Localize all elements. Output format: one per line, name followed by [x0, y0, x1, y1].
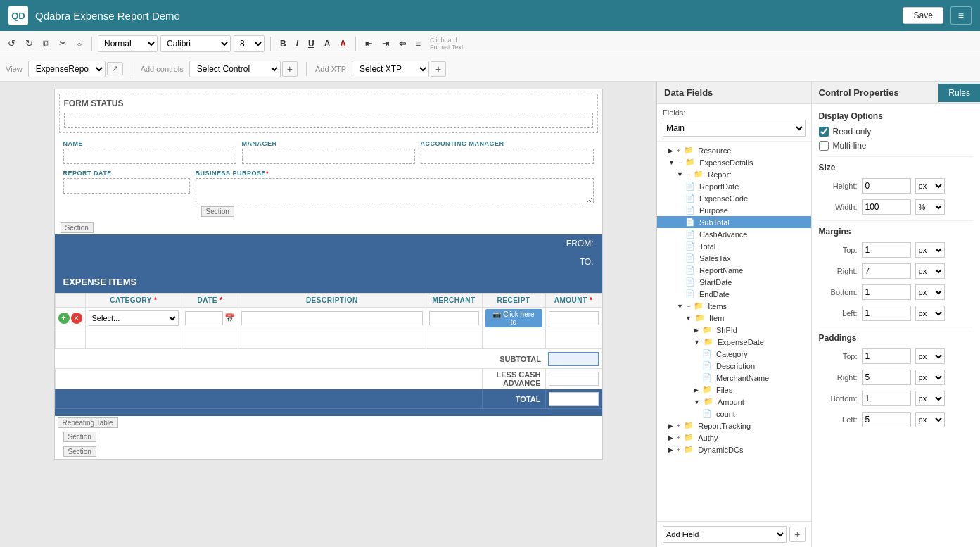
folder-expand-toggle[interactable]: +: [677, 434, 680, 441]
tree-expand-icon[interactable]: ▼: [694, 398, 700, 405]
add-controls-button[interactable]: +: [282, 61, 298, 77]
tree-item-purpose[interactable]: 📄Purpose: [657, 204, 811, 216]
tree-item-category[interactable]: 📄Category: [657, 348, 811, 360]
tree-expand-icon[interactable]: ▶: [668, 422, 673, 429]
calendar-button[interactable]: 📅: [224, 313, 235, 323]
folder-expand-toggle[interactable]: +: [677, 446, 680, 453]
multiline-checkbox[interactable]: [819, 141, 829, 151]
pad-left-input[interactable]: [862, 412, 911, 427]
margin-top-unit[interactable]: px%: [915, 242, 945, 258]
business-purpose-textarea[interactable]: [196, 178, 594, 203]
tree-expand-icon[interactable]: ▶: [668, 434, 673, 441]
italic-button[interactable]: I: [293, 37, 302, 50]
tree-item-resource[interactable]: ▶+📁Resource: [657, 144, 811, 156]
fields-main-select[interactable]: Main: [663, 120, 806, 137]
menu-button[interactable]: ≡: [950, 6, 972, 25]
cut-button[interactable]: ✂: [56, 37, 70, 50]
tree-area[interactable]: ▶+📁Resource▼−📁ExpenseDetails▼−📁Report📄Re…: [657, 142, 811, 521]
form-status-input[interactable]: [64, 113, 593, 128]
tree-item-expensecode[interactable]: 📄ExpenseCode: [657, 192, 811, 204]
folder-expand-toggle[interactable]: +: [677, 147, 680, 154]
pad-right-input[interactable]: [862, 370, 911, 385]
report-date-input[interactable]: [63, 178, 190, 194]
receipt-button[interactable]: 📷 Click here to: [485, 309, 542, 327]
tree-item-count[interactable]: 📄count: [657, 408, 811, 420]
tree-item-reportname[interactable]: 📄ReportName: [657, 264, 811, 276]
align-center-button[interactable]: ⇥: [378, 37, 393, 50]
description-input[interactable]: [241, 311, 422, 325]
name-input[interactable]: [63, 149, 236, 164]
justify-button[interactable]: ≡: [412, 37, 424, 50]
margin-bottom-input[interactable]: [862, 284, 911, 300]
style-select[interactable]: NormalHeading 1Heading 2: [98, 35, 158, 52]
margin-right-unit[interactable]: px%: [915, 263, 945, 279]
width-input[interactable]: [862, 199, 911, 215]
pad-top-unit[interactable]: px%: [915, 348, 945, 364]
tree-item-merchantname[interactable]: 📄MerchantName: [657, 372, 811, 384]
add-row-button[interactable]: +: [58, 313, 70, 324]
tree-item-cashadvance[interactable]: 📄CashAdvance: [657, 228, 811, 240]
font-select[interactable]: CalibriArialTimes New Roman: [160, 35, 231, 52]
underline-button[interactable]: U: [305, 37, 318, 50]
cash-advance-input[interactable]: [549, 372, 599, 386]
tree-item-expensedate[interactable]: ▼📁ExpenseDate: [657, 336, 811, 348]
copy-button[interactable]: ⧉: [39, 37, 53, 51]
add-field-button[interactable]: +: [789, 527, 805, 542]
tree-expand-icon[interactable]: ▶: [694, 327, 699, 334]
tree-expand-icon[interactable]: ▼: [685, 315, 692, 322]
align-left-button[interactable]: ⇤: [362, 37, 376, 50]
folder-expand-toggle[interactable]: −: [687, 171, 690, 178]
redo-button[interactable]: ↻: [22, 37, 37, 50]
folder-expand-toggle[interactable]: −: [687, 303, 690, 310]
subtotal-input[interactable]: [548, 352, 599, 366]
margin-top-input[interactable]: [862, 242, 911, 258]
canvas-area[interactable]: FORM STATUS NAME MANAGER ACCOUNTING MANA…: [0, 82, 656, 547]
folder-expand-toggle[interactable]: −: [678, 159, 682, 166]
font-size-select[interactable]: 89101112: [234, 35, 265, 52]
tree-item-items[interactable]: ▼−📁Items: [657, 300, 811, 312]
undo-button[interactable]: ↺: [4, 37, 19, 50]
save-button[interactable]: Save: [903, 7, 943, 24]
add-controls-select[interactable]: Select Control: [189, 61, 281, 77]
date-input[interactable]: [185, 311, 223, 325]
margin-left-unit[interactable]: px%: [915, 306, 945, 321]
tree-expand-icon[interactable]: ▼: [677, 303, 683, 310]
view-open-button[interactable]: ↗: [107, 62, 123, 75]
tree-item-expensedetails[interactable]: ▼−📁ExpenseDetails: [657, 156, 811, 168]
tree-expand-icon[interactable]: ▼: [694, 339, 700, 346]
tree-item-reporttracking[interactable]: ▶+📁ReportTracking: [657, 420, 811, 432]
rules-button[interactable]: Rules: [938, 84, 980, 102]
tree-item-subtotal[interactable]: 📄SubTotal: [657, 216, 811, 228]
margin-bottom-unit[interactable]: px%: [915, 284, 945, 300]
tree-item-salestax[interactable]: 📄SalesTax: [657, 252, 811, 264]
margin-left-input[interactable]: [862, 306, 911, 321]
tree-item-files[interactable]: ▶📁Files: [657, 384, 811, 396]
tree-item-reportdate[interactable]: 📄ReportDate: [657, 180, 811, 192]
manager-input[interactable]: [242, 149, 415, 164]
accounting-manager-input[interactable]: [421, 149, 594, 164]
merchant-input[interactable]: [429, 311, 479, 325]
font-color-button[interactable]: A: [321, 37, 334, 50]
tree-expand-icon[interactable]: ▼: [677, 171, 683, 178]
tree-expand-icon[interactable]: ▶: [668, 446, 673, 453]
tree-item-description[interactable]: 📄Description: [657, 360, 811, 372]
tree-item-item[interactable]: ▼📁Item: [657, 312, 811, 324]
tree-item-enddate[interactable]: 📄EndDate: [657, 288, 811, 300]
pad-left-unit[interactable]: px%: [915, 412, 945, 427]
add-xtp-select[interactable]: Select XTP: [352, 61, 429, 77]
pad-right-unit[interactable]: px%: [915, 370, 945, 385]
add-field-select[interactable]: Add Field: [663, 526, 787, 543]
paste-button[interactable]: ⬦: [73, 37, 86, 50]
tree-item-amount[interactable]: ▼📁Amount: [657, 396, 811, 408]
tree-item-startdate[interactable]: 📄StartDate: [657, 276, 811, 288]
height-input[interactable]: [862, 178, 911, 194]
total-input[interactable]: [549, 392, 599, 406]
add-xtp-button[interactable]: +: [431, 61, 446, 77]
category-select[interactable]: Select...: [89, 310, 179, 326]
folder-expand-toggle[interactable]: +: [677, 422, 680, 429]
height-unit-select[interactable]: px%: [915, 178, 945, 194]
remove-row-button[interactable]: ×: [71, 313, 82, 324]
view-select[interactable]: ExpenseRepor: [28, 61, 106, 77]
tree-item-shpid[interactable]: ▶📁ShPId: [657, 324, 811, 336]
tree-expand-icon[interactable]: ▶: [694, 386, 699, 394]
